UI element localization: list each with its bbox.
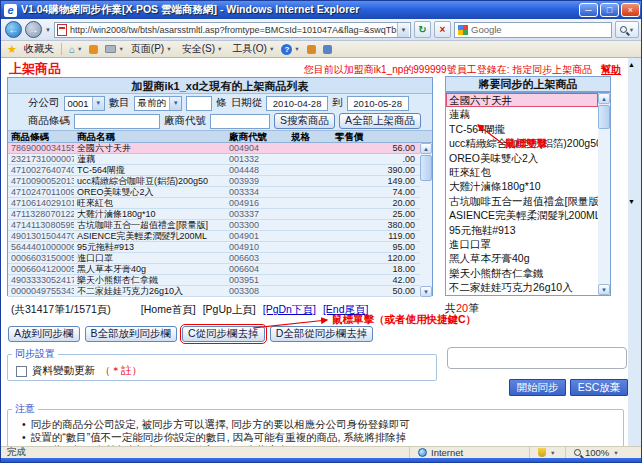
sync-list-item[interactable]: 全國六寸天井 xyxy=(446,93,598,107)
scrollbar-thumb[interactable] xyxy=(598,105,610,129)
vendor-input[interactable] xyxy=(210,114,270,129)
sync-list-item[interactable]: 黑人草本牙膏40g xyxy=(446,251,598,265)
page-title: 上架商品 xyxy=(9,60,61,78)
history-dropdown-icon[interactable]: ▼ xyxy=(45,27,51,33)
extra-toolbar-icon-1[interactable] xyxy=(307,45,316,54)
pagination-pgup[interactable]: [PgUp上頁] xyxy=(203,303,256,317)
command-menus: 页面(P)▼安全(S)▼工具(O)▼ xyxy=(131,42,275,56)
count-select[interactable]: 最前的 ▼ xyxy=(134,96,183,111)
pagination-pgdn-link[interactable]: [PgDn下頁] xyxy=(263,303,316,317)
table-cell: 0006603150005 xyxy=(8,253,74,263)
search-button[interactable]: ▼ xyxy=(615,21,639,38)
zone-label: Internet xyxy=(431,447,463,458)
sync-list-item[interactable]: 進口口罩 xyxy=(446,237,598,251)
menu-safety[interactable]: 安全(S)▼ xyxy=(182,42,223,56)
sync-list-item[interactable]: OREO美味雙心2入 xyxy=(446,151,598,165)
zoom-segment[interactable]: 100% ▼ xyxy=(565,447,642,458)
sync-list-item[interactable]: 95元拖鞋#913 xyxy=(446,223,598,237)
home-button[interactable]: ⌂ ▼ xyxy=(69,44,83,55)
date-from-input[interactable] xyxy=(266,96,328,111)
stop-button[interactable]: × xyxy=(434,21,451,38)
zoom-level: 100% xyxy=(585,447,609,458)
table-cell: 003951 xyxy=(226,275,288,285)
print-button[interactable]: ▼ xyxy=(105,45,123,53)
scroll-down-icon[interactable]: ▼ xyxy=(598,284,610,295)
search-products-button[interactable]: S搜索商品 xyxy=(274,113,335,129)
data-change-checkbox[interactable] xyxy=(16,366,27,377)
action-button-b[interactable]: B全部放到同步欄 xyxy=(85,326,178,342)
sync-list-item[interactable]: 大雞汁滷條180g*10 xyxy=(446,179,598,193)
panel-caption: 加盟商ik1_xd之現有的上架商品列表 xyxy=(8,78,432,94)
favorites-label[interactable]: 收藏夹 xyxy=(24,42,54,56)
count-input[interactable] xyxy=(186,96,212,111)
scroll-up-icon[interactable]: ▲ xyxy=(420,143,432,154)
table-row[interactable]: 0000049755343不二家娃娃巧克力26g10入00330850.00 xyxy=(8,286,420,297)
page-scrollbar[interactable]: ▲ ▼ xyxy=(628,58,642,446)
branch-select[interactable]: 0001 ▼ xyxy=(64,96,105,111)
search-input[interactable] xyxy=(471,24,611,35)
address-dropdown-icon[interactable]: ▼ xyxy=(397,23,409,37)
sync-list-item[interactable]: TC-564閘攏 xyxy=(446,122,598,136)
help-button[interactable]: ? ▼ xyxy=(281,44,299,55)
feed-icon[interactable] xyxy=(89,45,98,54)
window-controls: ─ □ × xyxy=(579,3,640,17)
pagination-home[interactable]: [Home首頁] xyxy=(141,303,196,317)
sync-list-item[interactable]: 樂天小熊餅杏仁拿鐵 xyxy=(446,266,598,280)
table-cell: 001332 xyxy=(226,154,288,164)
note-item: 同步的商品分公司設定, 被同步方可以選擇, 同步方的要以相應分公司身份登錄即可 xyxy=(22,418,623,431)
sync-list-item[interactable]: 蓮藕 xyxy=(446,107,598,121)
scroll-up-icon[interactable]: ▲ xyxy=(628,58,642,73)
forward-button[interactable]: → xyxy=(25,21,42,38)
shield-icon xyxy=(538,448,546,457)
notes-group: 注意 同步的商品分公司設定, 被同步方可以選擇, 同步方的要以相應分公司身份登錄… xyxy=(7,402,624,446)
notes-legend: 注意 xyxy=(12,402,38,416)
sync-list-item[interactable]: 古坑咖啡五合一超值禮盒[限量版] xyxy=(446,194,598,208)
table-scrollbar[interactable]: ▲ ▼ xyxy=(420,143,432,297)
sync-list-item[interactable]: ASIENCE完美輕柔潤髮乳200ML xyxy=(446,208,598,222)
table-cell: 003337 xyxy=(226,209,288,219)
refresh-button[interactable]: ↻ xyxy=(414,21,431,38)
table-cell: 25.00 xyxy=(332,209,420,219)
extra-toolbar-icon-2[interactable] xyxy=(323,45,332,54)
url-input[interactable] xyxy=(70,24,397,36)
action-button-c[interactable]: C從同步欄去掉 xyxy=(182,326,265,342)
table-cell: 4903333052417 xyxy=(8,275,74,285)
notes-list: 同步的商品分公司設定, 被同步方可以選擇, 同步方的要以相應分公司身份登錄即可設… xyxy=(8,416,623,446)
sync-list-item[interactable]: 旺來紅包 xyxy=(446,165,598,179)
scroll-down-icon[interactable]: ▼ xyxy=(628,195,642,210)
close-button[interactable]: × xyxy=(621,3,640,17)
scroll-up-icon[interactable]: ▲ xyxy=(598,93,610,104)
action-button-d[interactable]: D全部從同步欄去掉 xyxy=(270,326,374,342)
protected-mode-segment[interactable]: ▼ xyxy=(529,447,565,458)
table-cell: 003939 xyxy=(226,176,288,186)
table-cell: .00 xyxy=(332,154,420,164)
data-change-label: 資料變動更新 xyxy=(32,364,95,378)
print-icon xyxy=(105,45,116,53)
scroll-down-icon[interactable]: ▼ xyxy=(420,286,432,297)
sync-list-item[interactable]: 不二家娃娃巧克力26g10入 xyxy=(446,280,598,294)
table-cell: 004904 xyxy=(226,143,288,153)
date-from-label: 日期從 xyxy=(231,96,263,110)
branch-label: 分公司 xyxy=(28,96,60,110)
maximize-button[interactable]: □ xyxy=(600,3,619,17)
table-cell: 74.00 xyxy=(332,187,420,197)
start-sync-button[interactable]: 開始同步 xyxy=(509,379,566,396)
filter-row-1: 分公司 0001 ▼ 數目 最前的 ▼ 條 日期從 到 xyxy=(8,94,432,112)
back-button[interactable]: ← xyxy=(5,21,22,38)
scrollbar-thumb[interactable] xyxy=(628,73,642,195)
minimize-button[interactable]: ─ xyxy=(579,3,598,17)
favorites-star-icon[interactable]: ★ xyxy=(7,43,17,56)
list-all-products-button[interactable]: A全部上架商品 xyxy=(339,113,421,129)
date-to-input[interactable] xyxy=(347,96,409,111)
scrollbar-thumb[interactable] xyxy=(420,155,432,181)
barcode-input[interactable] xyxy=(74,114,160,129)
table-cell: 0000049755343 xyxy=(8,286,74,296)
action-buttons: A放到同步欄B全部放到同步欄C從同步欄去掉D全部從同步欄去掉 xyxy=(8,326,373,342)
help-link[interactable]: 幫助 xyxy=(601,64,621,75)
sync-list-scrollbar[interactable]: ▲ ▼ xyxy=(598,93,610,295)
menu-tools[interactable]: 工具(O)▼ xyxy=(232,42,274,56)
cancel-sync-button[interactable]: ESC放棄 xyxy=(570,379,628,396)
menu-page[interactable]: 页面(P)▼ xyxy=(131,42,172,56)
action-button-a[interactable]: A放到同步欄 xyxy=(8,326,80,342)
windows-taskbar[interactable] xyxy=(1,458,642,463)
